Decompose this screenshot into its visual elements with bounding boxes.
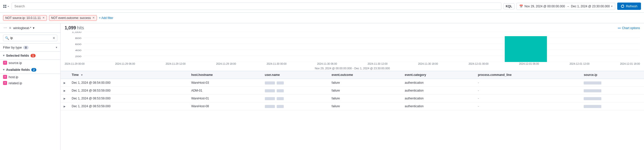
section-header-left: ▾ Selected fields 1 [3,54,36,57]
event-outcome-cell: failure [329,95,402,102]
source-ip-cell [581,87,644,95]
chart-options-button[interactable]: Chart options [617,26,640,30]
available-fields-section-header[interactable]: ▾ Available fields 2 [0,66,60,74]
filter-chip-event-outcome[interactable]: NOT event.outcome: success ✕ [49,15,97,21]
time-cell: Dec 1, 2024 @ 08:53:59.000 [69,87,188,95]
chevron-down-icon: ▾ [3,54,5,57]
filter-bar: NOT source.ip: 10.0.11.11 ✕ NOT event.ou… [0,13,644,23]
field-name-host-ip: host.ip [9,75,18,79]
field-item-related-ip[interactable]: f related.ip [0,80,60,86]
main-layout: ⋯ ≡ winlogbeat-* ▾ 🔍 ✕ Filter by type 0 … [0,23,644,150]
hits-count-container: 1,099 hits [65,25,84,31]
source-ip-cell [581,79,644,87]
content-area: 1,099 hits Chart options 1,000 800 [61,23,644,150]
expand-row-button[interactable]: ▶ [64,97,66,100]
field-type-icon: f [3,81,7,85]
filter-chip-label: NOT event.outcome: success [51,16,91,20]
source-ip-col-header[interactable]: source.ip [581,71,644,79]
close-filter-icon[interactable]: ✕ [92,16,95,19]
svg-rect-0 [3,5,5,6]
kql-button[interactable]: KQL [503,3,514,9]
svg-rect-3 [5,7,6,8]
field-type-icon: f [3,61,7,65]
hostname-col-header[interactable]: host.hostname [188,71,262,79]
expand-row-button[interactable]: ▶ [64,89,66,92]
available-fields-badge: 2 [31,68,36,72]
expand-cell: ▶ [61,79,69,87]
expand-cell: ▶ [61,102,69,110]
filter-chip-label: NOT source.ip: 10.0.11.11 [5,16,41,20]
results-table: Time ▼ host.hostname user.name event.out… [61,71,644,110]
svg-point-4 [619,28,620,28]
filter-chip-source-ip[interactable]: NOT source.ip: 10.0.11.11 ✕ [3,15,47,21]
refresh-label: Refresh [626,4,637,8]
available-fields-label: Available fields [6,68,30,72]
field-type-icon: f [3,75,7,79]
selected-fields-section-header[interactable]: ▾ Selected fields 1 [0,52,60,60]
process-cmd-cell: - [475,102,581,110]
date-range-button[interactable]: 📅 Nov 29, 2024 @ 00:00:00.000 → Dec 1, 2… [517,3,615,10]
chevron-down-icon: ▾ [611,5,612,8]
field-search-input[interactable] [3,35,57,41]
field-item-host-ip[interactable]: f host.ip [0,74,60,80]
svg-rect-2 [3,7,5,8]
event-outcome-col-header[interactable]: event.outcome [329,71,402,79]
hostname-cell: WareHost-08 [188,102,262,110]
expand-row-button[interactable]: ▶ [64,81,66,84]
expand-icon[interactable] [3,5,10,8]
sidebar-list-button[interactable]: ≡ [9,25,12,30]
table-row: ▶ Dec 1, 2024 @ 08:54:00.000 WareHost-03… [61,79,644,87]
username-cell [262,87,329,95]
date-arrow: → [566,5,570,8]
event-category-cell: authentication [402,79,475,87]
field-item-source-ip[interactable]: f source.ip [0,60,60,66]
sidebar-actions: ⋯ ≡ [3,25,12,30]
field-name-related-ip: related.ip [9,81,22,85]
date-from: Nov 29, 2024 @ 00:00:00.000 [525,5,565,8]
username-col-header[interactable]: user.name [262,71,329,79]
section-header-left: ▾ Available fields 2 [3,68,36,72]
svg-text:800: 800 [75,37,81,39]
add-filter-button[interactable]: + Add filter [99,16,113,20]
sidebar-options-button[interactable]: ⋯ [3,25,8,30]
calendar-icon: 📅 [519,5,523,8]
chevron-down-icon: ▾ [56,46,57,49]
process-cmd-cell: - [475,79,581,87]
svg-text:200: 200 [75,55,81,58]
expand-row-button[interactable]: ▶ [64,105,66,108]
username-cell [262,95,329,102]
selected-fields-badge: 1 [31,54,36,57]
top-bar: KQL 📅 Nov 29, 2024 @ 00:00:00.000 → Dec … [0,0,644,13]
clear-search-button[interactable]: ✕ [53,36,55,40]
filter-by-type-row[interactable]: Filter by type 0 ▾ [0,44,60,52]
process-cmd-col-header[interactable]: process.command_line [475,71,581,79]
hostname-cell: ADM-01 [188,87,262,95]
expand-cell: ▶ [61,87,69,95]
chart-x-labels: 2024-11-29 00:00 2024-11-29 06:00 2024-1… [61,62,644,66]
index-pattern-label: winlogbeat-* [13,26,31,30]
expand-cell: ▶ [61,95,69,102]
filter-type-label: Filter by type 0 [3,46,29,49]
event-category-col-header[interactable]: event.category [402,71,475,79]
table-row: ▶ Dec 1, 2024 @ 08:53:59.000 WareHost-01… [61,95,644,102]
svg-point-6 [620,28,621,28]
index-pattern-left: ⋯ ≡ winlogbeat-* ▾ [3,25,35,30]
time-col-header[interactable]: Time ▼ [69,71,188,79]
search-icon: 🔍 [5,36,9,40]
hostname-cell: WareHost-03 [188,79,262,87]
table-row: ▶ Dec 1, 2024 @ 08:53:59.000 WareHost-08… [61,102,644,110]
refresh-button[interactable]: Refresh [617,3,641,10]
search-input[interactable] [12,3,501,10]
time-cell: Dec 1, 2024 @ 08:53:59.000 [69,95,188,102]
event-outcome-cell: failure [329,102,402,110]
filter-type-text: Filter by type [3,46,22,49]
close-filter-icon[interactable]: ✕ [42,16,45,19]
index-pattern-button[interactable]: ⋯ ≡ winlogbeat-* ▾ [0,23,60,33]
chart-header: 1,099 hits Chart options [61,23,644,31]
svg-text:400: 400 [75,49,81,52]
hits-label: hits [77,25,84,30]
event-category-cell: authentication [402,102,475,110]
svg-point-5 [618,28,619,28]
chart-svg: 1,000 800 600 400 200 [65,32,640,62]
date-to: Dec 1, 2024 @ 23:30:00.000 [571,5,610,8]
